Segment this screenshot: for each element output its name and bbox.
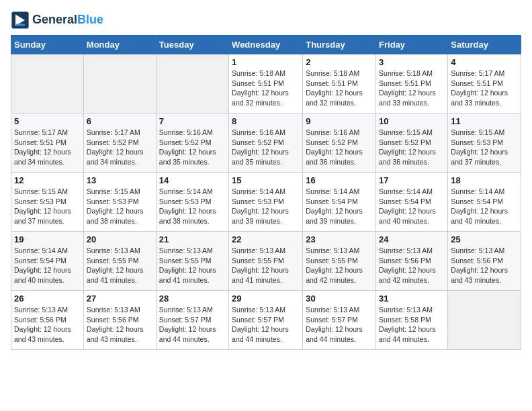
day-cell: 21Sunrise: 5:13 AM Sunset: 5:55 PM Dayli…: [156, 232, 228, 291]
day-number: 7: [159, 116, 226, 126]
day-cell: 15Sunrise: 5:14 AM Sunset: 5:53 PM Dayli…: [229, 173, 303, 232]
day-number: 31: [379, 293, 445, 304]
day-cell: 16Sunrise: 5:14 AM Sunset: 5:54 PM Dayli…: [303, 173, 376, 232]
day-number: 12: [14, 175, 81, 185]
day-info: Sunrise: 5:14 AM Sunset: 5:53 PM Dayligh…: [159, 187, 226, 226]
day-info: Sunrise: 5:13 AM Sunset: 5:56 PM Dayligh…: [87, 305, 153, 345]
day-number: 14: [159, 175, 226, 185]
day-cell: 22Sunrise: 5:13 AM Sunset: 5:55 PM Dayli…: [229, 232, 303, 291]
day-number: 10: [379, 116, 445, 126]
day-cell: 3Sunrise: 5:18 AM Sunset: 5:51 PM Daylig…: [376, 54, 448, 113]
day-info: Sunrise: 5:14 AM Sunset: 5:54 PM Dayligh…: [306, 187, 373, 226]
day-cell: 31Sunrise: 5:13 AM Sunset: 5:58 PM Dayli…: [376, 291, 448, 350]
day-info: Sunrise: 5:13 AM Sunset: 5:56 PM Dayligh…: [14, 305, 81, 345]
day-number: 23: [306, 234, 373, 244]
day-number: 17: [379, 175, 445, 185]
day-cell: 8Sunrise: 5:16 AM Sunset: 5:52 PM Daylig…: [229, 113, 303, 173]
day-info: Sunrise: 5:17 AM Sunset: 5:51 PM Dayligh…: [14, 128, 81, 167]
day-cell: 30Sunrise: 5:13 AM Sunset: 5:57 PM Dayli…: [303, 291, 376, 350]
day-info: Sunrise: 5:13 AM Sunset: 5:55 PM Dayligh…: [232, 246, 300, 285]
week-row-5: 26Sunrise: 5:13 AM Sunset: 5:56 PM Dayli…: [11, 291, 521, 350]
logo-icon: [11, 11, 30, 30]
col-header-thursday: Thursday: [303, 36, 376, 54]
day-info: Sunrise: 5:13 AM Sunset: 5:57 PM Dayligh…: [159, 305, 226, 345]
day-cell: 5Sunrise: 5:17 AM Sunset: 5:51 PM Daylig…: [11, 113, 84, 173]
day-number: 15: [232, 175, 300, 185]
day-cell: 29Sunrise: 5:13 AM Sunset: 5:57 PM Dayli…: [229, 291, 303, 350]
day-number: 25: [451, 234, 518, 244]
col-header-sunday: Sunday: [11, 36, 84, 54]
day-info: Sunrise: 5:14 AM Sunset: 5:54 PM Dayligh…: [451, 187, 518, 226]
day-cell: 9Sunrise: 5:16 AM Sunset: 5:52 PM Daylig…: [303, 113, 376, 173]
day-cell: 23Sunrise: 5:13 AM Sunset: 5:55 PM Dayli…: [303, 232, 376, 291]
day-number: 4: [451, 57, 518, 67]
day-number: 19: [14, 234, 81, 244]
week-row-4: 19Sunrise: 5:14 AM Sunset: 5:54 PM Dayli…: [11, 232, 521, 291]
day-cell: 11Sunrise: 5:15 AM Sunset: 5:53 PM Dayli…: [448, 113, 521, 173]
svg-rect-2: [16, 24, 25, 26]
day-cell: 12Sunrise: 5:15 AM Sunset: 5:53 PM Dayli…: [11, 173, 84, 232]
day-number: 28: [159, 293, 226, 304]
day-number: 21: [159, 234, 226, 244]
day-info: Sunrise: 5:15 AM Sunset: 5:53 PM Dayligh…: [87, 187, 153, 226]
col-header-tuesday: Tuesday: [156, 36, 228, 54]
day-info: Sunrise: 5:18 AM Sunset: 5:51 PM Dayligh…: [232, 68, 300, 108]
day-cell: 26Sunrise: 5:13 AM Sunset: 5:56 PM Dayli…: [11, 291, 84, 350]
calendar-table: SundayMondayTuesdayWednesdayThursdayFrid…: [11, 35, 521, 350]
header-row: SundayMondayTuesdayWednesdayThursdayFrid…: [11, 36, 521, 54]
day-info: Sunrise: 5:14 AM Sunset: 5:54 PM Dayligh…: [14, 246, 81, 285]
week-row-1: 1Sunrise: 5:18 AM Sunset: 5:51 PM Daylig…: [11, 54, 521, 113]
day-cell: [448, 291, 521, 350]
day-cell: 2Sunrise: 5:18 AM Sunset: 5:51 PM Daylig…: [303, 54, 376, 113]
day-info: Sunrise: 5:15 AM Sunset: 5:53 PM Dayligh…: [14, 187, 81, 226]
logo-text: GeneralBlue: [32, 13, 103, 27]
day-number: 29: [232, 293, 300, 304]
day-number: 16: [306, 175, 373, 185]
day-cell: 18Sunrise: 5:14 AM Sunset: 5:54 PM Dayli…: [448, 173, 521, 232]
day-cell: [83, 54, 156, 113]
day-info: Sunrise: 5:18 AM Sunset: 5:51 PM Dayligh…: [306, 68, 373, 108]
day-info: Sunrise: 5:13 AM Sunset: 5:57 PM Dayligh…: [306, 305, 373, 345]
col-header-saturday: Saturday: [448, 36, 521, 54]
day-info: Sunrise: 5:14 AM Sunset: 5:54 PM Dayligh…: [379, 187, 445, 226]
day-number: 5: [14, 116, 81, 126]
week-row-3: 12Sunrise: 5:15 AM Sunset: 5:53 PM Dayli…: [11, 173, 521, 232]
day-info: Sunrise: 5:17 AM Sunset: 5:51 PM Dayligh…: [451, 68, 518, 108]
day-number: 30: [306, 293, 373, 304]
week-row-2: 5Sunrise: 5:17 AM Sunset: 5:51 PM Daylig…: [11, 113, 521, 173]
day-cell: 19Sunrise: 5:14 AM Sunset: 5:54 PM Dayli…: [11, 232, 84, 291]
day-cell: 6Sunrise: 5:17 AM Sunset: 5:52 PM Daylig…: [83, 113, 156, 173]
page-header: GeneralBlue: [11, 11, 521, 30]
day-number: 26: [14, 293, 81, 304]
day-info: Sunrise: 5:15 AM Sunset: 5:53 PM Dayligh…: [451, 128, 518, 167]
day-info: Sunrise: 5:16 AM Sunset: 5:52 PM Dayligh…: [159, 128, 226, 167]
day-info: Sunrise: 5:13 AM Sunset: 5:56 PM Dayligh…: [451, 246, 518, 285]
day-info: Sunrise: 5:13 AM Sunset: 5:56 PM Dayligh…: [379, 246, 445, 285]
day-cell: 25Sunrise: 5:13 AM Sunset: 5:56 PM Dayli…: [448, 232, 521, 291]
col-header-monday: Monday: [83, 36, 156, 54]
day-cell: 1Sunrise: 5:18 AM Sunset: 5:51 PM Daylig…: [229, 54, 303, 113]
day-info: Sunrise: 5:16 AM Sunset: 5:52 PM Dayligh…: [306, 128, 373, 167]
day-cell: 10Sunrise: 5:15 AM Sunset: 5:52 PM Dayli…: [376, 113, 448, 173]
day-info: Sunrise: 5:13 AM Sunset: 5:55 PM Dayligh…: [159, 246, 226, 285]
day-cell: [11, 54, 84, 113]
col-header-wednesday: Wednesday: [229, 36, 303, 54]
day-info: Sunrise: 5:13 AM Sunset: 5:55 PM Dayligh…: [306, 246, 373, 285]
day-number: 13: [87, 175, 153, 185]
day-cell: 4Sunrise: 5:17 AM Sunset: 5:51 PM Daylig…: [448, 54, 521, 113]
col-header-friday: Friday: [376, 36, 448, 54]
logo: GeneralBlue: [11, 11, 103, 30]
day-cell: 27Sunrise: 5:13 AM Sunset: 5:56 PM Dayli…: [83, 291, 156, 350]
day-number: 6: [87, 116, 153, 126]
day-cell: [156, 54, 228, 113]
day-cell: 28Sunrise: 5:13 AM Sunset: 5:57 PM Dayli…: [156, 291, 228, 350]
day-number: 9: [306, 116, 373, 126]
day-info: Sunrise: 5:16 AM Sunset: 5:52 PM Dayligh…: [232, 128, 300, 167]
day-number: 20: [87, 234, 153, 244]
day-info: Sunrise: 5:15 AM Sunset: 5:52 PM Dayligh…: [379, 128, 445, 167]
day-cell: 13Sunrise: 5:15 AM Sunset: 5:53 PM Dayli…: [83, 173, 156, 232]
day-info: Sunrise: 5:13 AM Sunset: 5:55 PM Dayligh…: [87, 246, 153, 285]
day-number: 11: [451, 116, 518, 126]
day-cell: 24Sunrise: 5:13 AM Sunset: 5:56 PM Dayli…: [376, 232, 448, 291]
day-cell: 20Sunrise: 5:13 AM Sunset: 5:55 PM Dayli…: [83, 232, 156, 291]
